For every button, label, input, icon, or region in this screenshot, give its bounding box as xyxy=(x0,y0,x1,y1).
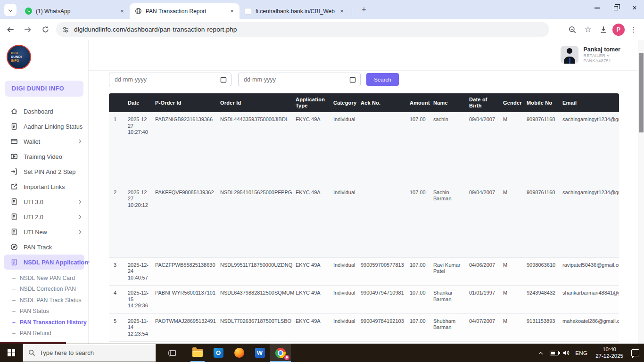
tab-close-icon[interactable]: × xyxy=(338,8,346,15)
date-to-input[interactable] xyxy=(239,73,360,86)
window-restore-button[interactable] xyxy=(606,0,625,16)
cell-dob: 04/06/2007 xyxy=(466,257,500,286)
tray-expand-button[interactable] xyxy=(535,351,546,355)
logo-text: DUNDI xyxy=(11,55,22,59)
reload-button[interactable] xyxy=(38,23,52,37)
cell-application-type: EKYC 49A xyxy=(293,185,330,257)
sidebar-subitem[interactable]: NSDL PAN Track Status xyxy=(0,295,88,306)
date-from-field xyxy=(109,73,231,86)
forward-arrow-icon xyxy=(24,25,32,34)
sidebar-item[interactable]: Set PIN And 2 Step xyxy=(0,164,88,179)
taskbar-clock[interactable]: 10:40 27-12-2025 xyxy=(593,346,626,359)
cell-date: 2025-12-2710:27:40 xyxy=(125,112,152,185)
cell-name: sachin xyxy=(430,112,466,185)
sidebar-subitem[interactable]: NSDL Correction PAN xyxy=(0,284,88,295)
cell-p-order-id: PACZFPWB55825138630 xyxy=(152,257,217,286)
sidebar-item[interactable]: Training Video xyxy=(0,149,88,164)
col-date-of-birth: Date of Birth xyxy=(466,93,500,112)
forward-button[interactable] xyxy=(21,23,35,37)
sidebar-subitem[interactable]: PAN Status xyxy=(0,306,88,317)
browser-menu-button[interactable]: ⋮ xyxy=(627,23,640,36)
sidebar-item[interactable]: Wallet xyxy=(0,134,88,149)
new-tab-button[interactable]: + xyxy=(358,3,370,16)
date-to-field xyxy=(238,73,361,86)
page-topbar: Pankaj tomer RETAILER PANKA48751 xyxy=(89,40,644,71)
sidebar-subitem[interactable]: PAN Transaction History xyxy=(0,317,88,328)
cell-ack-no: 990049794710981 xyxy=(358,286,407,314)
cell-ack-no: 990049784192103 xyxy=(358,313,407,342)
system-tray: ENG 10:40 27-12-2025 xyxy=(535,344,644,362)
calendar-icon[interactable] xyxy=(220,76,227,85)
task-view-icon xyxy=(167,348,177,358)
downloads-button[interactable] xyxy=(597,23,610,36)
cell-mobile: 9098761168 xyxy=(524,112,560,185)
sidebar-item-label: Set PIN And 2 Step xyxy=(24,168,83,175)
sidebar-item[interactable]: UTI 2.0 xyxy=(0,209,88,224)
browser-tab[interactable]: fi.centralbank.bank.in/CBI_Web × xyxy=(239,3,349,19)
browser-profile-avatar[interactable]: P xyxy=(612,24,625,36)
site-logo: DIGI DUNDI INFO xyxy=(7,45,31,69)
word-icon: W xyxy=(255,348,265,358)
sidebar-subitem-label: NSDL PAN Track Status xyxy=(20,297,82,304)
search-button[interactable]: Search xyxy=(366,73,399,86)
user-name: Pankaj tomer xyxy=(583,46,620,53)
cell-p-order-id: PABZNIGB92316139366 xyxy=(152,112,217,185)
date-from-input[interactable] xyxy=(109,73,231,86)
sidebar-item[interactable]: UTI 3.0 xyxy=(0,194,88,209)
battery-icon[interactable] xyxy=(550,351,559,355)
tab-title: PAN Transaction Report xyxy=(146,8,228,15)
report-content: Search Date P-Order Id xyxy=(89,71,644,344)
sidebar-item[interactable]: Dashboard xyxy=(0,104,88,119)
chrome-button[interactable]: P xyxy=(270,344,291,362)
sidebar-subitem[interactable]: PAN Refund xyxy=(0,328,88,339)
browser-tab[interactable]: PAN Transaction Report × xyxy=(130,3,239,19)
bookmark-button[interactable]: ☆ xyxy=(581,23,594,36)
taskbar-search[interactable]: Type here to search xyxy=(23,344,156,362)
sidebar-item[interactable]: UTI New xyxy=(0,224,88,239)
sidebar-item[interactable]: NSDL PAN Application xyxy=(4,255,84,270)
cell-email: ravipatel50436@gmail.com xyxy=(560,257,619,286)
file-explorer-button[interactable] xyxy=(187,344,208,362)
browser-scrollbar[interactable] xyxy=(638,40,644,344)
screen: (1) WhatsApp × PAN Transaction Report × … xyxy=(0,0,644,362)
word-button[interactable]: W xyxy=(249,344,270,362)
tab-close-icon[interactable]: × xyxy=(228,8,236,15)
sidebar-item[interactable]: PAN Track xyxy=(0,239,88,255)
browser-toolbar: digidundiinfo.com/dashboard/pan-transact… xyxy=(0,19,644,40)
sidebar-item-label: Dashboard xyxy=(24,108,83,115)
outlook-button[interactable]: O xyxy=(208,344,229,362)
sidebar-menu: Dashboard Aadhar Linking Status Wall xyxy=(0,104,88,270)
firefox-button[interactable] xyxy=(229,344,249,362)
cell-category: Individual xyxy=(330,112,358,185)
sidebar-subitem[interactable]: NSDL New PAN Card xyxy=(0,272,88,284)
task-view-button[interactable] xyxy=(162,344,182,362)
language-indicator[interactable]: ENG xyxy=(573,350,589,356)
sidebar-item-label: NSDL PAN Application xyxy=(24,259,88,266)
zoom-button[interactable] xyxy=(566,23,579,36)
tab-close-icon[interactable]: × xyxy=(118,8,126,15)
action-center-icon[interactable] xyxy=(631,349,639,356)
user-info: Pankaj tomer RETAILER PANKA48751 xyxy=(583,46,620,63)
user-profile[interactable]: Pankaj tomer RETAILER PANKA48751 xyxy=(561,46,620,64)
cell-category: Individual xyxy=(330,286,358,314)
cell-sno: 2 xyxy=(109,185,125,257)
window-minimize-button[interactable] xyxy=(587,0,606,16)
browser-tab[interactable]: (1) WhatsApp × xyxy=(20,3,130,19)
site-settings-icon xyxy=(62,26,69,33)
url-text[interactable]: digidundiinfo.com/dashboard/pan-transact… xyxy=(74,26,237,33)
back-button[interactable] xyxy=(3,23,17,37)
scrollbar-thumb[interactable] xyxy=(639,53,644,132)
window-close-button[interactable]: × xyxy=(625,0,644,16)
cell-date: 2025-12-1514:29:36 xyxy=(125,286,152,314)
start-button[interactable] xyxy=(0,344,23,362)
sidebar-item[interactable]: Aadhar Linking Status xyxy=(0,119,88,134)
calendar-icon[interactable] xyxy=(349,76,356,85)
address-bar[interactable]: digidundiinfo.com/dashboard/pan-transact… xyxy=(56,22,549,37)
volume-icon[interactable] xyxy=(562,349,570,357)
chrome-profile-badge: P xyxy=(284,354,290,361)
file-explorer-icon xyxy=(192,349,203,357)
tab-search-button[interactable] xyxy=(4,4,17,16)
external-link-icon xyxy=(10,183,18,191)
cell-mobile: 9098063610 xyxy=(524,257,560,286)
sidebar-item[interactable]: Important Links xyxy=(0,179,88,194)
